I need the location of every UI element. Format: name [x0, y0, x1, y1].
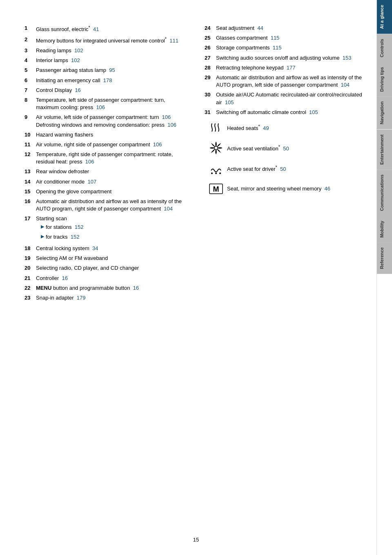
entry-text: Glass sunroof, electric* 41 [36, 25, 184, 34]
entry-text: Passenger airbag status lamp 95 [36, 67, 184, 74]
entry-number: 30 [205, 91, 216, 106]
list-item: 4 Interior lamps 102 [24, 57, 184, 64]
entry-text: Outside air/AUC Automatic recirculated-a… [216, 91, 364, 106]
icon-list-item: Heated seats* 49 [205, 119, 364, 136]
entry-text: Air volume, right side of passenger comp… [36, 141, 184, 148]
list-item: 7 Control Display 16 [24, 87, 184, 94]
icon-entry-text: Seat, mirror and steering wheel memory 4… [227, 186, 364, 192]
main-content: 1 Glass sunroof, electric* 412 Memory bu… [0, 0, 376, 555]
entry-number: 20 [24, 264, 36, 272]
list-item: 14 Air conditioner mode 107 [24, 178, 184, 186]
entry-number: 3 [24, 47, 36, 54]
icon-list-item: M Seat, mirror and steering wheel memory… [205, 181, 364, 197]
list-item: 1 Glass sunroof, electric* 41 [24, 25, 184, 34]
entry-text: Starting scan ▶ for stations 152 ▶ for t… [36, 215, 184, 242]
sidebar-tab-entertainment[interactable]: Entertainment [377, 130, 392, 170]
entry-text: MENU button and programmable button 16 [36, 284, 184, 292]
list-item: 12 Temperature, right side of passenger … [24, 151, 184, 166]
list-item: 10 Hazard warning flashers [24, 131, 184, 139]
list-item: 28 Retracting telephone keypad 177 [205, 64, 364, 72]
entry-text: Storage compartments 115 [216, 44, 364, 51]
svg-point-3 [219, 172, 221, 174]
list-item: 13 Rear window defroster [24, 168, 184, 175]
entry-number: 11 [24, 141, 36, 148]
list-item: 18 Central locking system 34 [24, 245, 184, 252]
sidebar-tab-navigation[interactable]: Navigation [377, 96, 392, 129]
sidebar-tab-at-a-glance[interactable]: At a glance [377, 0, 392, 34]
page-number: 15 [193, 537, 199, 543]
list-item: 21 Controller 16 [24, 275, 184, 282]
icon-entry-text: Active seat for driver* 50 [227, 165, 364, 172]
right-column: 24 Seat adjustment 4425 Glasses compartm… [196, 25, 364, 530]
entry-number: 2 [24, 36, 36, 45]
entry-text: Air volume, left side of passenger compa… [36, 114, 184, 128]
list-item: 20 Selecting radio, CD player, and CD ch… [24, 264, 184, 272]
list-item: 6 Initiating an emergency call 178 [24, 77, 184, 84]
entry-text: Rear window defroster [36, 168, 184, 175]
entry-text: Temperature, right side of passenger com… [36, 151, 184, 166]
sidebar: At a glanceControlsDriving tipsNavigatio… [376, 0, 392, 555]
svg-point-2 [215, 172, 217, 174]
seat_vent-icon [205, 140, 227, 156]
entry-number: 18 [24, 245, 36, 252]
sidebar-tab-reference[interactable]: Reference [377, 242, 392, 274]
entry-number: 25 [205, 34, 216, 42]
icon-list-item: Active seat ventilation* 50 [205, 140, 364, 156]
entry-text: Control Display 16 [36, 87, 184, 94]
list-item: 30 Outside air/AUC Automatic recirculate… [205, 91, 364, 106]
list-item: 16 Automatic air distribution and airflo… [24, 198, 184, 213]
sub-entry-text: for stations 152 [46, 224, 84, 231]
entry-number: 17 [24, 215, 36, 242]
sidebar-tab-communications[interactable]: Communications [377, 170, 392, 216]
entry-number: 22 [24, 284, 36, 292]
list-item: 3 Reading lamps 102 [24, 47, 184, 54]
entry-number: 15 [24, 188, 36, 195]
list-item: 2 Memory buttons for integrated universa… [24, 36, 184, 45]
sub-entry-text: for tracks 152 [46, 233, 79, 241]
list-item: 27 Switching audio sources on/off and ad… [205, 54, 364, 62]
entry-number: 26 [205, 44, 216, 51]
list-item: 15 Opening the glove compartment [24, 188, 184, 195]
entry-text: Memory buttons for integrated universal … [36, 36, 184, 45]
list-item: 23 Snap-in adapter 179 [24, 294, 184, 302]
entry-number: 13 [24, 168, 36, 175]
entry-number: 19 [24, 255, 36, 262]
entry-text: Central locking system 34 [36, 245, 184, 252]
list-item: 5 Passenger airbag status lamp 95 [24, 67, 184, 74]
sub-arrow-icon: ▶ [41, 224, 44, 231]
sidebar-tab-controls[interactable]: Controls [377, 34, 392, 62]
entry-text: Interior lamps 102 [36, 57, 184, 64]
entry-text: Automatic air distribution and airflow a… [36, 198, 184, 213]
entry-number: 6 [24, 77, 36, 84]
entry-number: 27 [205, 54, 216, 62]
entry-number: 24 [205, 25, 216, 32]
entry-number: 16 [24, 198, 36, 213]
sidebar-tab-mobility[interactable]: Mobility [377, 216, 392, 243]
svg-point-1 [211, 172, 213, 174]
entry-text: Selecting AM or FM waveband [36, 255, 184, 262]
entry-text: Retracting telephone keypad 177 [216, 64, 364, 72]
svg-text:M: M [213, 185, 219, 193]
list-item: 24 Seat adjustment 44 [205, 25, 364, 32]
seat_memory-icon: M [205, 181, 227, 197]
entry-number: 9 [24, 114, 36, 128]
entry-text: Opening the glove compartment [36, 188, 184, 195]
sidebar-tab-driving-tips[interactable]: Driving tips [377, 62, 392, 97]
seat_driver-icon [205, 160, 227, 177]
entry-text: Glasses compartment 115 [216, 34, 364, 42]
list-item: 25 Glasses compartment 115 [205, 34, 364, 42]
icon-entry-text: Active seat ventilation* 50 [227, 144, 364, 152]
entry-number: 7 [24, 87, 36, 94]
list-item: 19 Selecting AM or FM waveband [24, 255, 184, 262]
entry-text: Hazard warning flashers [36, 131, 184, 139]
left-column: 1 Glass sunroof, electric* 412 Memory bu… [24, 25, 184, 530]
entry-number: 4 [24, 57, 36, 64]
list-item: 11 Air volume, right side of passenger c… [24, 141, 184, 148]
list-item: 26 Storage compartments 115 [205, 44, 364, 51]
entry-number: 14 [24, 178, 36, 186]
entry-number: 21 [24, 275, 36, 282]
entry-text: Switching audio sources on/off and adjus… [216, 54, 364, 62]
entry-text: Initiating an emergency call 178 [36, 77, 184, 84]
list-item: 9 Air volume, left side of passenger com… [24, 114, 184, 128]
svg-point-0 [214, 146, 218, 150]
